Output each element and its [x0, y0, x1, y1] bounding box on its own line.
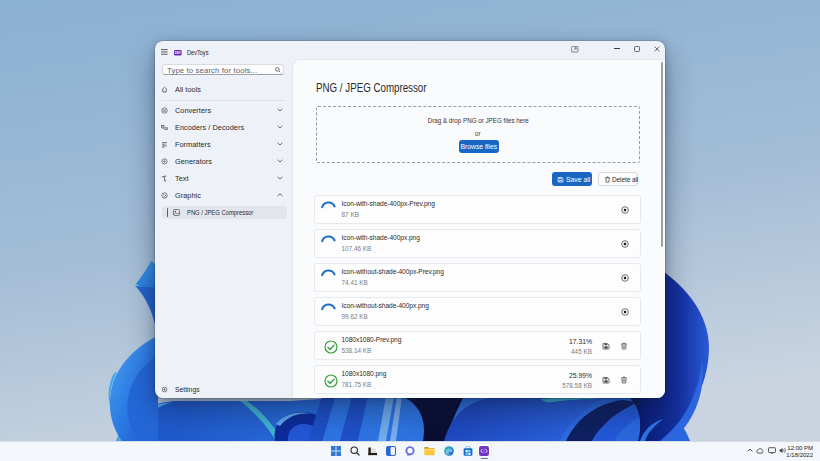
svg-text:DEV: DEV	[175, 50, 181, 54]
